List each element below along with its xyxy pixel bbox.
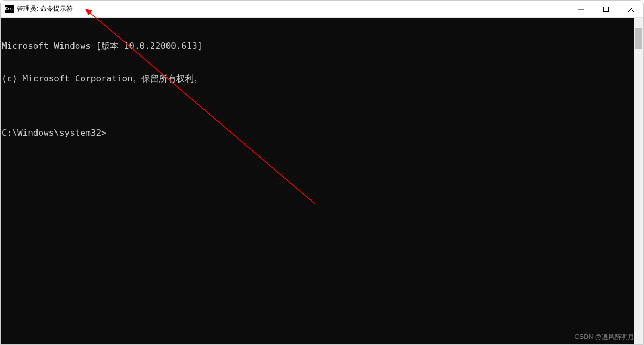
titlebar-left: C:\. 管理员: 命令提示符 [1,4,73,14]
terminal-line-version: Microsoft Windows [版本 10.0.22000.613] [2,41,634,52]
window-title: 管理员: 命令提示符 [17,4,73,14]
window-controls [568,1,643,17]
cmd-icon: C:\. [5,5,14,13]
scrollbar-thumb[interactable] [635,28,642,49]
terminal-output[interactable]: Microsoft Windows [版本 10.0.22000.613] (c… [1,18,634,344]
minimize-button[interactable] [568,1,593,17]
close-button[interactable] [618,1,643,17]
svg-rect-1 [604,7,609,11]
minimize-icon [578,7,584,12]
watermark: CSDN @逍风醉明月 [574,333,634,342]
vertical-scrollbar[interactable] [634,18,643,344]
terminal-line-copyright: (c) Microsoft Corporation。保留所有权利。 [2,73,634,84]
titlebar[interactable]: C:\. 管理员: 命令提示符 [1,1,643,18]
content-area: Microsoft Windows [版本 10.0.22000.613] (c… [1,18,643,344]
maximize-icon [603,7,609,12]
terminal-prompt: C:\Windows\system32> [2,128,634,139]
close-icon [628,7,634,12]
maximize-button[interactable] [593,1,618,17]
command-prompt-window: C:\. 管理员: 命令提示符 Microsoft Windows [版本 10… [0,0,644,345]
